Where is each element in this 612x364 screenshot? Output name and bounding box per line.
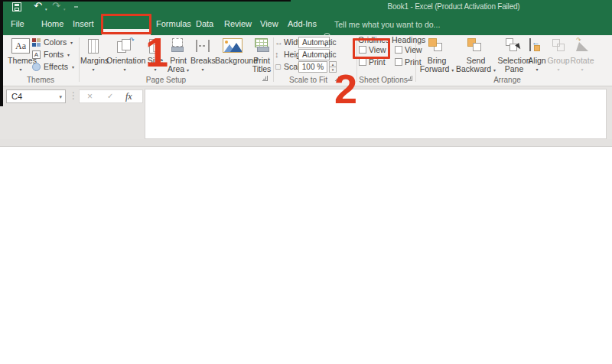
headings-view-checkbox[interactable] (395, 46, 402, 54)
tell-me-search[interactable]: Tell me what you want to do... (334, 20, 440, 29)
enter-icon[interactable]: ✓ (107, 92, 113, 100)
sheet-area[interactable] (0, 148, 612, 364)
group-button-disabled: Group ▾ (547, 37, 570, 75)
selection-pane-button[interactable]: Selection Pane (497, 37, 531, 75)
dropdown-caret-icon: ▾ (190, 67, 215, 72)
sheet-options-group-label: Sheet Options (356, 76, 410, 84)
tab-file[interactable]: File (11, 19, 24, 28)
dropdown-caret-icon: ▾ (70, 40, 73, 45)
sheet-header-band (0, 139, 612, 147)
tab-add-ins[interactable]: Add-Ins (288, 19, 317, 28)
page-setup-group-label: Page Setup (79, 76, 253, 84)
margins-icon (88, 39, 99, 54)
scale-to-fit-group-label: Scale to Fit (273, 76, 343, 84)
height-dropdown[interactable]: Automatic▾ (298, 49, 330, 60)
fonts-icon: A (32, 50, 41, 59)
tab-review[interactable]: Review (224, 19, 252, 28)
dropdown-caret-icon: ▾ (547, 67, 570, 72)
window-title: Book1 - Excel (Product Activation Failed… (373, 2, 534, 11)
rotate-button-disabled: ↷ Rotate ▾ (570, 37, 594, 75)
save-icon[interactable] (12, 2, 21, 11)
title-bar: ↶ ▾ ↷ ▾ Book1 - Excel (Product Activatio… (0, 0, 612, 14)
ribbon: Aa Themes ▾ Colors ▾ A Fonts ▾ (0, 35, 612, 86)
print-area-button[interactable]: Print Area ▾ (164, 37, 192, 75)
annotation-box-page-layout (101, 14, 151, 34)
frame-border-top (0, 0, 291, 2)
tab-home[interactable]: Home (41, 19, 63, 28)
dropdown-caret-icon: ▾ (67, 52, 70, 57)
dropdown-caret-icon: ▾ (72, 64, 74, 70)
page-setup-dialog-launcher-icon[interactable] (262, 76, 268, 81)
tab-view[interactable]: View (260, 19, 278, 28)
colors-icon (32, 38, 41, 47)
width-icon: ↔ (275, 38, 283, 47)
theme-effects-button[interactable]: Effects ▾ (32, 62, 78, 72)
send-backward-button[interactable]: Send Backward ▾ (456, 37, 496, 75)
dropdown-caret-icon: ▾ (493, 68, 496, 73)
height-icon: ↕ (275, 50, 279, 59)
headings-print-checkbox[interactable] (395, 58, 402, 66)
name-box-caret-icon[interactable]: ▾ (59, 94, 62, 100)
width-dropdown[interactable]: Automatic▾ (298, 37, 330, 48)
themes-button[interactable]: Aa Themes ▾ (8, 37, 34, 75)
align-button[interactable]: ← Align ▾ (527, 37, 547, 75)
undo-icon[interactable]: ↶ (34, 1, 42, 11)
dropdown-caret-icon: ▾ (187, 68, 189, 73)
scale-icon: ▢ (275, 63, 282, 71)
dropdown-caret-icon: ▾ (80, 67, 106, 72)
print-titles-button[interactable]: Print Titles (250, 37, 273, 75)
page-setup-group: Margins ▾ ↷ Orientation ▾ Size ▾ (79, 35, 273, 86)
dropdown-caret-icon: ▾ (451, 68, 454, 73)
themes-group: Aa Themes ▾ Colors ▾ A Fonts ▾ (5, 35, 79, 86)
arrange-group-label: Arrange (446, 76, 568, 84)
tab-data[interactable]: Data (196, 19, 213, 28)
insert-function-icon[interactable]: fx (125, 91, 132, 102)
formula-bar-splitter[interactable]: ⋮ (69, 90, 78, 101)
cancel-icon[interactable]: × (87, 91, 93, 102)
redo-icon[interactable]: ↷ (52, 1, 60, 11)
annotation-step-2: 2 (334, 69, 357, 109)
customize-qat-icon[interactable] (74, 6, 78, 8)
dropdown-caret-icon: ▾ (527, 67, 547, 72)
arrange-group: Bring Forward ▾ Send Backward ▾ Selectio… (415, 35, 612, 86)
theme-colors-button[interactable]: Colors ▾ (32, 37, 78, 47)
tab-insert[interactable]: Insert (73, 19, 94, 28)
excel-window: ↶ ▾ ↷ ▾ Book1 - Excel (Product Activatio… (0, 0, 612, 364)
theme-fonts-button[interactable]: A Fonts ▾ (32, 50, 78, 60)
effects-icon (32, 63, 41, 71)
formula-bar-input[interactable] (145, 89, 607, 139)
sheet-options-dialog-launcher-icon[interactable] (407, 76, 412, 81)
name-box-value: C4 (11, 92, 22, 101)
name-box[interactable]: C4 ▾ (6, 89, 66, 103)
breaks-button[interactable]: Breaks ▾ (190, 37, 215, 75)
orientation-button[interactable]: ↷ Orientation ▾ (106, 37, 143, 75)
background-icon (223, 38, 243, 53)
background-button[interactable]: Background (215, 37, 250, 75)
themes-group-label: Themes (5, 76, 76, 84)
dropdown-caret-icon: ▾ (570, 67, 594, 72)
formula-buttons: × ✓ fx (79, 89, 143, 103)
themes-icon: Aa (11, 38, 30, 54)
scale-input[interactable]: 100 % (298, 61, 327, 73)
gridlines-print-checkbox[interactable] (359, 58, 366, 66)
ribbon-tab-row: File Home Insert Page Layout Formulas Da… (0, 14, 612, 35)
dropdown-caret-icon: ▾ (8, 67, 34, 72)
frame-border-left (0, 0, 3, 106)
bring-forward-button[interactable]: Bring Forward ▾ (419, 37, 454, 75)
tab-formulas[interactable]: Formulas (156, 19, 191, 28)
annotation-step-1: 1 (145, 32, 168, 72)
margins-button[interactable]: Margins ▾ (80, 37, 106, 75)
annotation-box-gridlines-view (353, 38, 390, 59)
dropdown-caret-icon: ▾ (106, 67, 143, 72)
